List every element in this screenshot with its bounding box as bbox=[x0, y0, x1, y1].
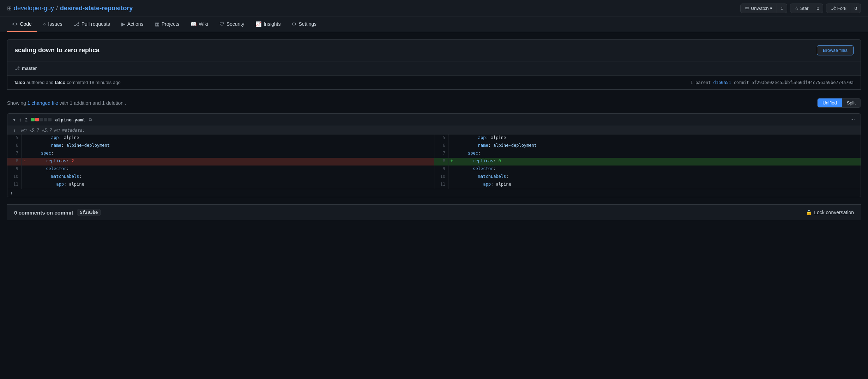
tab-projects[interactable]: ▦ Projects bbox=[150, 17, 185, 32]
diff-hunk-header: ↕ @@ -5,7 +5,7 @@ metadata: bbox=[7, 126, 861, 134]
tab-settings[interactable]: ⚙ Settings bbox=[287, 17, 321, 32]
watch-count[interactable]: 1 bbox=[777, 4, 787, 13]
expand-top-icon[interactable]: ↕ bbox=[13, 128, 16, 133]
line-code-left-6: name: alpine-deployment bbox=[28, 142, 434, 150]
branch-name: master bbox=[22, 66, 37, 71]
deletion-text: 1 deletion bbox=[102, 100, 123, 106]
tab-code-label: Code bbox=[20, 21, 31, 27]
repo-icon: ⊞ bbox=[7, 5, 12, 12]
fork-button[interactable]: ⎇ Fork bbox=[826, 4, 851, 13]
repo-owner-link[interactable]: developer-guy bbox=[14, 5, 54, 12]
lock-icon: 🔒 bbox=[806, 210, 812, 215]
committer-name[interactable]: falco bbox=[55, 80, 65, 85]
diff-block-neutral-2 bbox=[44, 118, 47, 121]
file-more-options-button[interactable]: ··· bbox=[850, 116, 855, 123]
tab-wiki-label: Wiki bbox=[199, 21, 208, 27]
line-code-right-7: spec: bbox=[455, 150, 861, 158]
line-num-left-8: 8 bbox=[7, 158, 22, 166]
diff-row-right-7: 7 spec: bbox=[434, 150, 861, 158]
line-num-right-7: 7 bbox=[434, 150, 448, 158]
top-actions: 👁 Unwatch ▾ 1 ☆ Star 0 ⎇ Fork 0 bbox=[740, 4, 861, 13]
copy-path-button[interactable]: ⧉ bbox=[89, 117, 92, 122]
expand-bottom-row[interactable]: ↕ bbox=[7, 189, 861, 197]
tab-issues[interactable]: ○ Issues bbox=[38, 17, 67, 32]
watch-button[interactable]: 👁 Unwatch ▾ bbox=[740, 4, 777, 13]
diff-sign-right-7 bbox=[448, 150, 455, 158]
diff-row-left-5: 5 app: alpine bbox=[7, 134, 434, 142]
parent-hash-link[interactable]: d1b0a51 bbox=[713, 80, 731, 85]
diff-sign-left-6 bbox=[22, 142, 28, 150]
split-view-button[interactable]: Split bbox=[842, 98, 861, 107]
line-code-right-9: selector: bbox=[455, 166, 861, 173]
period: . bbox=[125, 100, 126, 106]
diff-sign-right-10 bbox=[448, 173, 455, 181]
eye-icon: 👁 bbox=[745, 6, 749, 11]
tab-settings-label: Settings bbox=[299, 21, 317, 27]
tab-insights[interactable]: 📈 Insights bbox=[251, 17, 285, 32]
fork-count[interactable]: 0 bbox=[851, 4, 861, 13]
showing-text: Showing bbox=[7, 100, 28, 106]
commit-branch: ⎇ master bbox=[14, 66, 37, 71]
changed-file-link[interactable]: 1 changed file bbox=[28, 100, 58, 106]
line-num-right-10: 10 bbox=[434, 173, 448, 181]
commit-time: 18 minutes ago bbox=[89, 80, 121, 85]
tab-code[interactable]: <> Code bbox=[7, 17, 37, 32]
tab-pull-requests[interactable]: ⎇ Pull requests bbox=[69, 17, 115, 32]
tab-actions-label: Actions bbox=[127, 21, 144, 27]
browse-files-button[interactable]: Browse files bbox=[817, 45, 854, 55]
diff-row-right-10: 10 matchLabels: bbox=[434, 173, 861, 181]
star-count[interactable]: 0 bbox=[813, 4, 823, 13]
committed-text: committed bbox=[67, 80, 89, 85]
line-code-left-11: app: alpine bbox=[28, 181, 434, 189]
expand-bottom-icon: ↕ bbox=[10, 191, 13, 195]
commit-short-hash: 5f293be bbox=[77, 209, 101, 216]
author-name[interactable]: falco bbox=[14, 80, 25, 85]
tab-wiki[interactable]: 📖 Wiki bbox=[186, 17, 213, 32]
code-icon: <> bbox=[12, 21, 18, 27]
main-content: scaling down to zero replica Browse file… bbox=[0, 32, 868, 220]
tab-security[interactable]: 🛡 Security bbox=[215, 17, 249, 32]
lock-conversation-button[interactable]: 🔒 Lock conversation bbox=[806, 210, 854, 215]
nav-tabs: <> Code ○ Issues ⎇ Pull requests ▶ Actio… bbox=[0, 17, 868, 32]
diff-stat-blocks bbox=[31, 118, 52, 121]
line-code-left-8: replicas: 2 bbox=[28, 158, 434, 166]
unified-view-button[interactable]: Unified bbox=[818, 98, 842, 107]
hunk-header-text: @@ -5,7 +5,7 @@ metadata: bbox=[21, 128, 85, 133]
tab-actions[interactable]: ▶ Actions bbox=[116, 17, 149, 32]
file-collapse-button[interactable]: ▾ bbox=[13, 117, 16, 122]
diff-sign-left-11 bbox=[22, 181, 28, 189]
commit-parent: 1 parent d1b0a51 commit 5f293be02ec53bbf… bbox=[691, 80, 854, 85]
chevron-down-icon: ▾ bbox=[770, 6, 772, 11]
diff-summary: Showing 1 changed file with 1 addition a… bbox=[7, 100, 126, 106]
repo-name-link[interactable]: desired-state-repository bbox=[60, 5, 133, 12]
actions-icon: ▶ bbox=[121, 21, 125, 27]
line-num-left-5: 5 bbox=[7, 134, 22, 142]
file-diff-left: ▾ ↕ 2 alpine.yaml ⧉ bbox=[13, 117, 92, 122]
diff-row-right-6: 6 name: alpine-deployment bbox=[434, 142, 861, 150]
diff-sign-left-5 bbox=[22, 134, 28, 142]
line-num-right-5: 5 bbox=[434, 134, 448, 142]
diff-row-right-11: 11 app: alpine bbox=[434, 181, 861, 189]
diff-arrow-icon: ↕ bbox=[19, 117, 22, 122]
line-code-right-5: app: alpine bbox=[455, 134, 861, 142]
commit-title: scaling down to zero replica bbox=[14, 47, 100, 54]
line-num-right-11: 11 bbox=[434, 181, 448, 189]
settings-icon: ⚙ bbox=[292, 21, 296, 27]
commit-header: scaling down to zero replica Browse file… bbox=[7, 39, 861, 61]
diff-sign-right-5 bbox=[448, 134, 455, 142]
diff-row-left-9: 9 selector: bbox=[7, 166, 434, 173]
diff-block-added bbox=[31, 118, 35, 121]
star-button[interactable]: ☆ Star bbox=[790, 4, 813, 13]
line-code-right-11: app: alpine bbox=[455, 181, 861, 189]
diff-sign-left-10 bbox=[22, 173, 28, 181]
file-name: alpine.yaml bbox=[55, 117, 85, 122]
line-num-left-11: 11 bbox=[7, 181, 22, 189]
tab-issues-label: Issues bbox=[48, 21, 62, 27]
line-num-right-9: 9 bbox=[434, 166, 448, 173]
line-code-right-10: matchLabels: bbox=[455, 173, 861, 181]
line-code-left-10: matchLabels: bbox=[28, 173, 434, 181]
pull-requests-icon: ⎇ bbox=[74, 21, 79, 27]
star-icon: ☆ bbox=[795, 6, 799, 11]
diff-sign-left-8: - bbox=[22, 158, 28, 166]
diff-row-left-7: 7 spec: bbox=[7, 150, 434, 158]
